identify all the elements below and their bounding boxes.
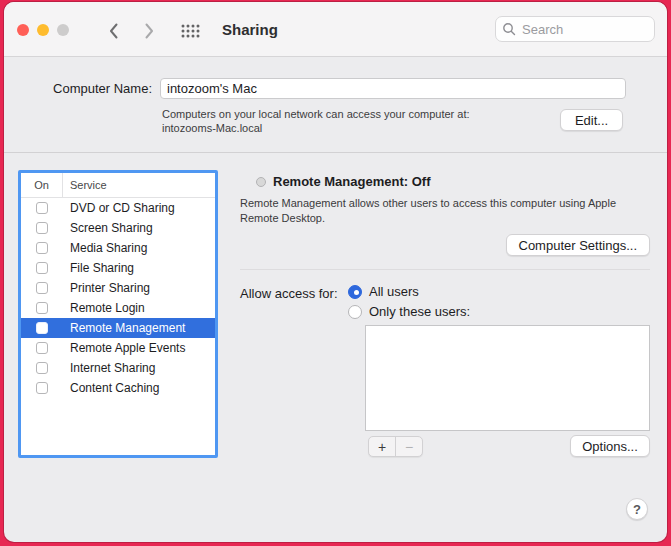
app-grid-icon <box>181 24 200 38</box>
computer-settings-button[interactable]: Computer Settings... <box>506 234 651 256</box>
remote-management-detail-pane: Remote Management: Off Remote Management… <box>238 172 650 472</box>
divider <box>240 269 650 270</box>
allow-access-label: Allow access for: <box>240 286 338 301</box>
checkbox-cell <box>21 262 63 274</box>
service-row-dvd-or-cd-sharing[interactable]: DVD or CD Sharing <box>21 198 215 218</box>
service-label: Internet Sharing <box>63 361 155 375</box>
add-user-button[interactable]: + <box>369 437 396 456</box>
service-checkbox[interactable] <box>36 202 48 214</box>
checkbox-cell <box>21 362 63 374</box>
checkbox-cell <box>21 202 63 214</box>
service-row-content-caching[interactable]: Content Caching <box>21 378 215 398</box>
service-label: Media Sharing <box>63 241 147 255</box>
service-label: Printer Sharing <box>63 281 150 295</box>
radio-all-users[interactable]: All users <box>348 284 419 299</box>
service-checkbox[interactable] <box>36 322 48 334</box>
service-row-file-sharing[interactable]: File Sharing <box>21 258 215 278</box>
chevron-right-icon <box>144 22 155 40</box>
checkbox-cell <box>21 302 63 314</box>
service-row-remote-management[interactable]: Remote Management <box>21 318 215 338</box>
checkbox-cell <box>21 342 63 354</box>
zoom-button[interactable] <box>57 24 69 36</box>
search-input[interactable] <box>520 21 648 38</box>
service-checkbox[interactable] <box>36 362 48 374</box>
sharing-preferences-window: Sharing Computer Name: Computers on your… <box>4 2 667 542</box>
help-button[interactable]: ? <box>626 498 648 520</box>
service-label: DVD or CD Sharing <box>63 201 175 215</box>
search-field[interactable] <box>495 16 655 42</box>
toolbar: Sharing <box>4 2 667 57</box>
close-button[interactable] <box>17 24 29 36</box>
computer-name-input[interactable] <box>160 78 626 99</box>
service-label: Remote Apple Events <box>63 341 185 355</box>
minimize-button[interactable] <box>37 24 49 36</box>
service-checkbox[interactable] <box>36 302 48 314</box>
service-list-header: On Service <box>21 173 215 198</box>
status-row: Remote Management: Off <box>256 174 430 189</box>
allowed-users-list[interactable] <box>365 325 650 431</box>
forward-button[interactable] <box>137 19 161 43</box>
back-button[interactable] <box>101 19 125 43</box>
traffic-lights <box>17 24 69 36</box>
computer-name-section: Computer Name: Computers on your local n… <box>4 56 667 153</box>
add-remove-control: + − <box>368 436 423 457</box>
checkbox-cell <box>21 242 63 254</box>
computer-name-description-line1: Computers on your local network can acce… <box>162 107 470 121</box>
service-row-printer-sharing[interactable]: Printer Sharing <box>21 278 215 298</box>
service-description: Remote Management allows other users to … <box>240 196 646 226</box>
service-checkbox[interactable] <box>36 222 48 234</box>
status-indicator-icon <box>256 177 266 187</box>
status-label: Remote Management: Off <box>273 174 430 189</box>
search-icon <box>502 22 516 36</box>
service-checkbox[interactable] <box>36 242 48 254</box>
service-row-remote-apple-events[interactable]: Remote Apple Events <box>21 338 215 358</box>
remove-user-button[interactable]: − <box>396 437 422 456</box>
service-row-remote-login[interactable]: Remote Login <box>21 298 215 318</box>
checkbox-cell <box>21 322 63 334</box>
column-header-on: On <box>21 173 63 197</box>
window-title: Sharing <box>222 2 278 56</box>
service-row-internet-sharing[interactable]: Internet Sharing <box>21 358 215 378</box>
column-header-service: Service <box>63 179 107 191</box>
options-button[interactable]: Options... <box>570 435 650 457</box>
computer-name-description-line2: intozooms-Mac.local <box>162 121 470 135</box>
radio-only-these-users[interactable]: Only these users: <box>348 304 470 319</box>
computer-name-label: Computer Name: <box>4 81 152 96</box>
edit-button[interactable]: Edit... <box>560 109 623 131</box>
chevron-left-icon <box>108 22 119 40</box>
service-checkbox[interactable] <box>36 342 48 354</box>
service-checkbox[interactable] <box>36 262 48 274</box>
checkbox-cell <box>21 382 63 394</box>
service-row-media-sharing[interactable]: Media Sharing <box>21 238 215 258</box>
computer-name-description: Computers on your local network can acce… <box>162 107 470 135</box>
checkbox-cell <box>21 222 63 234</box>
radio-only-these-users-label: Only these users: <box>369 304 470 319</box>
service-label: Remote Management <box>63 321 185 335</box>
service-row-screen-sharing[interactable]: Screen Sharing <box>21 218 215 238</box>
radio-all-users-label: All users <box>369 284 419 299</box>
service-label: File Sharing <box>63 261 134 275</box>
service-checkbox[interactable] <box>36 382 48 394</box>
service-label: Content Caching <box>63 381 159 395</box>
checkbox-cell <box>21 282 63 294</box>
service-label: Remote Login <box>63 301 145 315</box>
show-all-button[interactable] <box>179 22 201 40</box>
service-label: Screen Sharing <box>63 221 153 235</box>
service-checkbox[interactable] <box>36 282 48 294</box>
radio-button-icon <box>348 305 362 319</box>
service-list[interactable]: On Service DVD or CD Sharing Screen Shar… <box>18 170 218 458</box>
radio-button-icon <box>348 285 362 299</box>
